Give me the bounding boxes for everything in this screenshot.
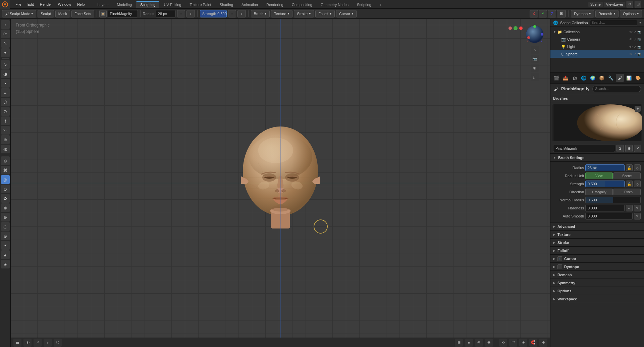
tab-rendering[interactable]: Rendering	[262, 1, 287, 8]
strength-input[interactable]: Strength 0.500	[200, 10, 227, 17]
tool-layer[interactable]: ≡	[1, 88, 10, 97]
outliner-camera[interactable]: 📷 Camera 👁 ↗ 📷	[550, 36, 644, 43]
dyntopo-checkbox[interactable]	[557, 264, 562, 269]
brush-number[interactable]: 2	[616, 145, 624, 152]
lock-x-btn[interactable]: X	[530, 10, 538, 17]
light-eye-btn[interactable]: 👁	[629, 45, 633, 49]
advanced-section[interactable]: ▶ Advanced	[550, 222, 644, 231]
local-view-btn[interactable]: ◉	[531, 64, 539, 72]
sculpt-mode-dropdown[interactable]: 🖌 Sculpt Mode ▾	[2, 10, 36, 17]
tool-elastic[interactable]: ✿	[1, 194, 10, 203]
camera-view-btn[interactable]: 📷	[531, 55, 539, 63]
radius-input[interactable]: 28 px	[156, 10, 176, 17]
collection-select-btn[interactable]: ↗	[634, 30, 636, 34]
options-section[interactable]: ▶ Options	[550, 287, 644, 295]
prop-tab-world[interactable]: 🌍	[589, 74, 597, 82]
prop-tab-object[interactable]: 📦	[598, 74, 606, 82]
hardness-edit-btn[interactable]: ✎	[634, 205, 641, 211]
stroke-dropdown[interactable]: Stroke ▾	[294, 10, 314, 17]
lock-y-btn[interactable]: Y	[539, 10, 547, 17]
face-sets-menu[interactable]: Face Sets	[71, 10, 94, 17]
tool-thumb[interactable]: ⊕	[1, 213, 10, 221]
tool-move[interactable]: ↕	[1, 20, 10, 29]
viewport-menu-btn[interactable]: ☰	[13, 339, 21, 347]
sphere-select-btn[interactable]: ↗	[634, 52, 636, 56]
viewport-select-btn[interactable]: ↗	[34, 339, 42, 347]
wireframe-btn[interactable]: ⊞	[455, 339, 463, 347]
tool-scrape[interactable]: ⊛	[1, 156, 10, 165]
tool-smooth[interactable]: 〰	[1, 126, 10, 135]
tab-compositing[interactable]: Compositing	[288, 1, 316, 8]
view-layer-name[interactable]: ViewLayer	[604, 2, 625, 7]
tab-animation[interactable]: Animation	[237, 1, 262, 8]
tool-transform[interactable]: ✦	[1, 48, 10, 57]
dyntopo-section[interactable]: ▶ Dyntopo	[550, 263, 644, 271]
radius-plus-btn[interactable]: +	[186, 10, 195, 17]
tool-inflate[interactable]: ⬡	[1, 98, 10, 106]
sphere-render-btn[interactable]: 📷	[637, 52, 641, 56]
hardness-expand-btn[interactable]: ↔	[626, 205, 633, 211]
cursor-dropdown[interactable]: Cursor ▾	[336, 10, 357, 17]
menu-file[interactable]: File	[13, 2, 24, 7]
tool-grab[interactable]: ⊘	[1, 185, 10, 193]
mask-menu[interactable]: Mask	[55, 10, 70, 17]
symmetry-section[interactable]: ▶ Symmetry	[550, 279, 644, 287]
viewport-add-btn[interactable]: +	[44, 339, 52, 347]
menu-render[interactable]: Render	[37, 2, 55, 7]
camera-eye-btn[interactable]: 👁	[629, 38, 633, 41]
camera-render-btn[interactable]: 📷	[637, 38, 641, 41]
xray-btn[interactable]: ◈	[519, 339, 527, 347]
auto-smooth-edit-btn[interactable]: ✎	[634, 213, 641, 219]
collection-render-btn[interactable]: 📷	[637, 30, 641, 34]
tool-clay[interactable]: ◑	[1, 69, 10, 78]
local-space-btn[interactable]: ⊞	[557, 10, 566, 17]
texture-section[interactable]: ▶ Texture	[550, 231, 644, 239]
proportional-btn[interactable]: ⊕	[539, 339, 547, 347]
radius-anim-btn[interactable]: ◇	[634, 164, 641, 171]
radius-lock-btn[interactable]: 🔒	[626, 164, 633, 171]
overlay-toggle-btn[interactable]: ⬚	[509, 339, 517, 347]
tab-shading[interactable]: Shading	[216, 1, 237, 8]
prop-tab-modifier[interactable]: 🔧	[607, 74, 615, 82]
nav-sphere[interactable]: X Y Z	[525, 25, 544, 44]
prop-tab-render[interactable]: 🎬	[552, 74, 560, 82]
rendered-btn[interactable]: ◉	[485, 339, 493, 347]
outliner-filter-btn[interactable]: ▾	[639, 20, 641, 25]
brush-dropdown[interactable]: Brush ▾	[251, 10, 270, 17]
prop-tab-material[interactable]: 🎨	[634, 74, 642, 82]
outliner-sphere[interactable]: ⬡ Sphere 👁 ↗ 📷	[550, 50, 644, 58]
prop-tab-view-layer[interactable]: 🗂	[571, 74, 579, 82]
tool-nudge[interactable]: ⊚	[1, 232, 10, 240]
viewport[interactable]: Front Orthographic (155) Sphere	[11, 19, 550, 347]
tab-geometry-nodes[interactable]: Geometry Nodes	[317, 1, 353, 8]
prop-search-input[interactable]	[592, 86, 641, 92]
snap-btn[interactable]: 🧲	[529, 339, 537, 347]
tool-clay-strips[interactable]: ▪	[1, 79, 10, 88]
zoom-to-fit-btn[interactable]: ⌂	[531, 46, 539, 54]
brush-icon-btn[interactable]	[99, 10, 107, 17]
falloff-dropdown[interactable]: Falloff ▾	[315, 10, 335, 17]
scene-name[interactable]: Scene	[588, 2, 603, 7]
brush-copy-btn[interactable]: ⊕	[625, 145, 633, 152]
strength-plus-btn[interactable]: +	[237, 10, 246, 17]
normal-radius-value[interactable]: 0.500	[585, 197, 641, 203]
tab-texture-paint[interactable]: Texture Paint	[185, 1, 215, 8]
material-btn[interactable]: ◎	[475, 339, 483, 347]
direction-add-btn[interactable]: + Magnify	[585, 189, 613, 195]
tool-rotate-brush[interactable]: ✶	[1, 241, 10, 250]
lock-z-btn[interactable]: Z	[548, 10, 556, 17]
collection-eye-btn[interactable]: 👁	[629, 30, 633, 34]
solid-btn[interactable]: ●	[465, 339, 473, 347]
cursor-section[interactable]: ▶ ✓ Cursor	[550, 255, 644, 263]
cursor-checkbox[interactable]: ✓	[557, 256, 562, 261]
brush-delete-btn[interactable]: ✕	[634, 145, 641, 152]
brush-name-input[interactable]	[553, 145, 615, 152]
prop-tab-sculpt[interactable]: 🖌	[616, 74, 624, 82]
tool-snake-hook[interactable]: ⊗	[1, 203, 10, 212]
outliner-search[interactable]	[590, 20, 637, 26]
app-logo[interactable]	[0, 0, 10, 9]
outliner-collection[interactable]: ▼ 📁 Collection 👁 ↗ 📷	[550, 28, 644, 36]
radius-scene-btn[interactable]: Scene	[613, 172, 641, 179]
falloff-section[interactable]: ▶ Falloff	[550, 247, 644, 255]
prop-tab-data[interactable]: 📊	[625, 74, 633, 82]
